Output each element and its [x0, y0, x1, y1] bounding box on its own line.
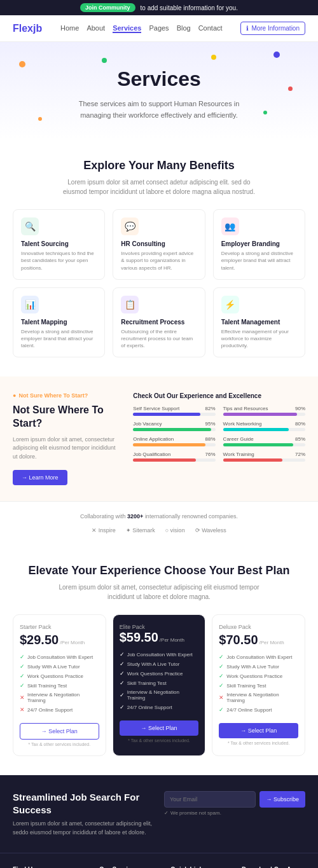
skill-row-r0: Tips and Resources 90%: [223, 406, 305, 416]
nav-about[interactable]: About: [86, 24, 105, 33]
more-info-button[interactable]: ℹ More Information: [240, 22, 305, 35]
feature-d0: ✓Job Consultation With Expert: [219, 654, 298, 660]
benefit-icon-2: 👥: [221, 217, 239, 235]
benefit-title-1: HR Consulting: [121, 240, 197, 247]
starter-features: ✓Job Consultation With Expert ✓Study Wit…: [20, 654, 99, 713]
cta-left: Streamlined Job Search For Success Lorem…: [13, 791, 154, 837]
nav-blog[interactable]: Blog: [177, 24, 191, 33]
benefit-card-0: 🔍 Talent Sourcing Innovative techniques …: [13, 209, 105, 280]
skill-row-2: Online Application 88%: [133, 436, 215, 446]
benefit-icon-0: 🔍: [21, 217, 39, 235]
feature-d4: ✕Interview & Negotiation Training: [219, 692, 298, 703]
join-community-badge[interactable]: Join Community: [80, 3, 135, 12]
experience-right: Check Out Our Experience and Excellence …: [133, 392, 305, 485]
dot-red: [288, 86, 293, 91]
skill-row-1: Job Vacancy 95%: [133, 421, 215, 431]
pricing-card-starter: Starter Pack $29.50 /Per Month ✓Job Cons…: [13, 614, 106, 756]
skills-left: Self Service Support 82% Job Vacancy 95%: [133, 406, 215, 467]
benefit-icon-5: ⚡: [221, 296, 239, 313]
partners-section: Collaborating with 3200+ internationally…: [0, 501, 318, 545]
skill-label-r3: Work Training 72%: [223, 451, 305, 457]
feature-e1: ✓Study With A Live Tutor: [120, 661, 199, 667]
experience-badge: ● Not Sure Where To Start?: [13, 392, 120, 399]
partner-sitemark: ✦ Sitemark: [126, 527, 155, 534]
email-row: → Subscribe: [164, 791, 305, 808]
cta-section: Streamlined Job Search For Success Lorem…: [0, 775, 318, 853]
select-deluxe-button[interactable]: → Select Plan: [219, 723, 298, 738]
benefit-title-5: Talent Management: [221, 319, 297, 326]
logo[interactable]: Flexjb: [13, 23, 42, 34]
skill-bar-r0: [223, 413, 305, 416]
plan-price-elite: $59.50 /Per Month: [120, 630, 199, 645]
check-title: Check Out Our Experience and Excellence: [133, 392, 305, 399]
skill-bar-1: [133, 428, 215, 431]
skill-bar-2: [133, 443, 215, 446]
select-elite-button[interactable]: → Select Plan: [120, 720, 199, 736]
nav-services[interactable]: Services: [113, 24, 141, 33]
benefit-card-2: 👥 Employer Branding Develop a strong and…: [213, 209, 305, 280]
feature-s4: ✕Interview & Negotiation Training: [20, 692, 99, 703]
feature-d5: ✓24/7 Online Support: [219, 706, 298, 713]
hero-title: Services: [13, 67, 305, 91]
skill-fill-2: [133, 443, 205, 446]
skill-bar-3: [133, 458, 215, 462]
benefits-section: Explore Your Many Benefits Lorem ipsum d…: [0, 140, 318, 376]
skill-row-r3: Work Training 72%: [223, 451, 305, 462]
top-bar: Join Community to add suitable informati…: [0, 0, 318, 15]
feature-s5: ✕24/7 Online Support: [20, 706, 99, 713]
learn-more-button[interactable]: → Learn More: [13, 470, 67, 485]
pricing-card-deluxe: Deluxe Pack $70.50 /Per Month ✓Job Consu…: [212, 614, 305, 756]
nav-links: Home About Services Pages Blog Contact: [60, 24, 223, 33]
skill-label-2: Online Application 88%: [133, 436, 215, 442]
partner-vision: ○ vision: [165, 527, 185, 534]
skill-fill-r2: [223, 443, 293, 446]
skill-bar-r1: [223, 428, 305, 431]
top-bar-text: to add suitable information for you.: [141, 4, 238, 11]
nav-contact[interactable]: Contact: [198, 24, 223, 33]
feature-s1: ✓Study With A Live Tutor: [20, 663, 99, 670]
hero-description: These services aim to support Human Reso…: [70, 99, 248, 121]
experience-left: ● Not Sure Where To Start? Not Sure Wher…: [13, 392, 120, 485]
nav-pages[interactable]: Pages: [149, 24, 169, 33]
skill-row-3: Job Qualification 76%: [133, 451, 215, 462]
skill-label-r1: Work Networking 80%: [223, 421, 305, 427]
skill-bar-r2: [223, 443, 305, 446]
benefit-desc-3: Develop a strong and distinctive employe…: [21, 328, 97, 350]
feature-e3: ✓Skill Training Test: [120, 680, 199, 686]
benefits-title: Explore Your Many Benefits: [13, 159, 305, 172]
feature-s2: ✓Work Questions Practice: [20, 673, 99, 679]
subscribe-button[interactable]: → Subscribe: [259, 791, 305, 808]
navbar: Flexjb Home About Services Pages Blog Co…: [0, 15, 318, 42]
skill-label-r2: Career Guide 85%: [223, 436, 305, 442]
skill-row-r2: Career Guide 85%: [223, 436, 305, 446]
skill-row-0: Self Service Support 82%: [133, 406, 215, 416]
benefit-card-5: ⚡ Talent Management Effective management…: [213, 287, 305, 358]
benefit-card-4: 📋 Recruitment Process Outsourcing of the…: [113, 287, 205, 358]
benefits-grid: 🔍 Talent Sourcing Innovative techniques …: [13, 209, 305, 357]
dot-orange2: [38, 117, 42, 121]
footer: Find Us Mon - Sat, 8am - 9pm Jl. Merdeka…: [0, 853, 318, 868]
nav-home[interactable]: Home: [60, 24, 79, 33]
benefit-desc-0: Innovative techniques to find the best c…: [21, 250, 97, 272]
pricing-title: Elevate Your Experience Choose Your Best…: [13, 564, 305, 577]
pricing-grid: Starter Pack $29.50 /Per Month ✓Job Cons…: [13, 614, 305, 756]
partner-inspire: ✕ Inspire: [92, 527, 116, 534]
skill-label-1: Job Vacancy 95%: [133, 421, 215, 427]
skill-bar-0: [133, 413, 215, 416]
dot-green2: [263, 111, 267, 114]
benefit-title-4: Recruitment Process: [121, 319, 197, 326]
pricing-section: Elevate Your Experience Choose Your Best…: [0, 545, 318, 775]
feature-s0: ✓Job Consultation With Expert: [20, 654, 99, 660]
plan-name-elite: Elite Pack: [120, 624, 199, 630]
experience-desc: Lorem ipsum dolor sit amet, consectetur …: [13, 436, 120, 462]
skill-fill-r0: [223, 413, 297, 416]
dot-orange: [19, 61, 25, 67]
benefit-title-2: Employer Branding: [221, 240, 297, 247]
feature-d3: ✓Skill Training Test: [219, 682, 298, 689]
select-starter-button[interactable]: → Select Plan: [20, 723, 99, 740]
pricing-subtitle: Lorem ipsum dolor sit amet, consectetur …: [57, 582, 261, 602]
deluxe-features: ✓Job Consultation With Expert ✓Study Wit…: [219, 654, 298, 713]
experience-title: Not Sure Where To Start?: [13, 404, 120, 431]
email-input[interactable]: [164, 791, 256, 808]
benefit-desc-5: Effective management of your workforce t…: [221, 328, 297, 350]
